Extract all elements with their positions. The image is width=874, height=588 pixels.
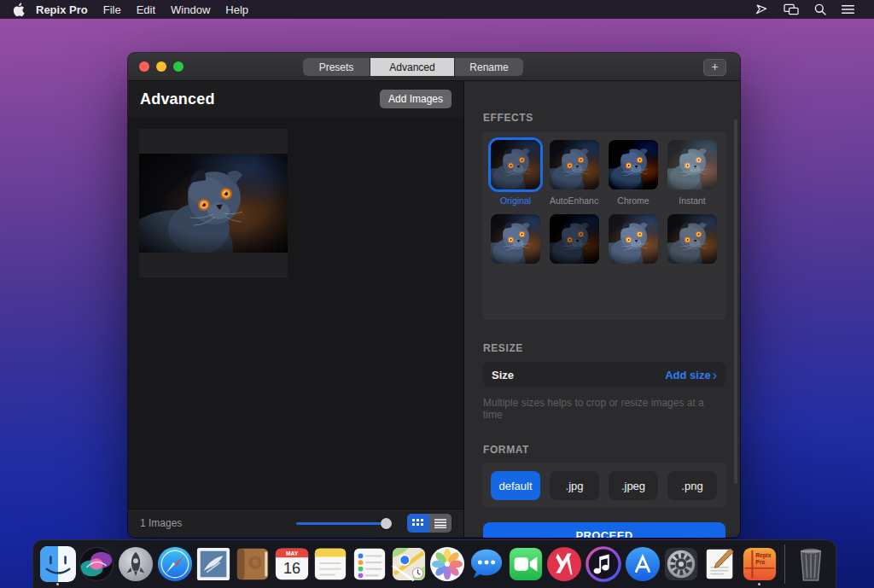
dock-item-photos[interactable]: [429, 542, 467, 586]
view-toggle: [407, 514, 452, 533]
dock-item-repix-pro[interactable]: Repix Pro: [741, 542, 778, 586]
flag-icon[interactable]: [747, 3, 776, 16]
add-tab-button[interactable]: +: [703, 59, 726, 76]
effect-autoenhance[interactable]: AutoEnhance: [550, 140, 599, 214]
scrollbar[interactable]: [734, 119, 737, 484]
dock-item-calendar[interactable]: MAY 16: [273, 542, 311, 586]
format-card: default .jpg .jpeg .png: [483, 463, 725, 508]
photos-icon: [429, 546, 465, 582]
calendar-icon: MAY 16: [274, 546, 310, 582]
menu-bar: Repix Pro File Edit Window Help: [0, 0, 874, 19]
minimize-button[interactable]: [156, 61, 166, 72]
repix-pro-window: Presets Advanced Rename + Advanced Add I…: [128, 53, 740, 538]
dock-item-notes[interactable]: [312, 542, 350, 586]
proceed-button[interactable]: PROCEED: [483, 522, 725, 538]
image-count-label: 1 Images: [140, 517, 182, 529]
size-row[interactable]: Size Add size ›: [483, 362, 725, 387]
dock-item-messages[interactable]: [468, 542, 505, 586]
images-panel-header: Advanced Add Images: [128, 81, 463, 117]
effect-thumb-7[interactable]: [609, 214, 658, 264]
effect-chrome[interactable]: Chrome: [609, 140, 658, 214]
images-panel: Advanced Add Images 1 Images: [128, 81, 464, 537]
format-option-png[interactable]: .png: [667, 471, 717, 500]
effect-thumb-image: [667, 214, 717, 264]
format-option-default[interactable]: default: [491, 471, 540, 500]
effect-thumb-image: [667, 140, 717, 189]
title-bar[interactable]: Presets Advanced Rename +: [128, 53, 740, 81]
effect-original[interactable]: Original: [491, 140, 540, 214]
notes-icon: [312, 546, 348, 582]
contacts-icon: [235, 546, 271, 582]
format-option-jpg[interactable]: .jpg: [550, 471, 599, 500]
close-button[interactable]: [139, 61, 149, 72]
dock-item-contacts[interactable]: [234, 542, 271, 586]
dock-item-itunes[interactable]: [585, 542, 622, 586]
effect-thumb-image: [550, 140, 599, 189]
dock-item-finder[interactable]: [39, 542, 77, 586]
repix-icon-label-2: Pro: [755, 559, 765, 565]
trash-icon: [794, 546, 828, 582]
menu-item-file[interactable]: File: [96, 3, 129, 16]
image-thumbnail-cat[interactable]: [139, 129, 288, 277]
dock-item-trash[interactable]: [792, 542, 830, 586]
effect-thumb-5[interactable]: [491, 214, 540, 264]
effect-label: Chrome: [609, 195, 658, 206]
dock-item-reminders[interactable]: [351, 542, 388, 586]
tab-presets[interactable]: Presets: [303, 58, 370, 76]
siri-icon: [79, 546, 114, 582]
effects-grid: Original AutoEnhance Chrome Instant: [491, 140, 718, 264]
displays-icon[interactable]: [776, 3, 807, 16]
slider-thumb[interactable]: [381, 518, 392, 529]
textedit-icon: [702, 546, 738, 582]
dock-item-maps[interactable]: [390, 542, 428, 586]
menu-item-window[interactable]: Window: [163, 3, 218, 16]
reminders-icon: [352, 546, 387, 582]
page-title: Advanced: [140, 90, 215, 108]
dock-item-siri[interactable]: [79, 542, 116, 586]
dock-item-safari[interactable]: [156, 542, 194, 586]
grid-view-icon: [412, 519, 425, 528]
add-size-label: Add size: [665, 369, 710, 381]
effect-thumb-image: [491, 140, 540, 189]
finder-icon: [40, 546, 76, 582]
effect-thumb-8[interactable]: [667, 214, 717, 264]
launchpad-icon: [118, 546, 154, 582]
slider-track[interactable]: [296, 522, 392, 525]
running-indicator: [758, 583, 760, 585]
calendar-day: 16: [283, 560, 300, 577]
facetime-icon: [508, 546, 544, 582]
image-grid[interactable]: [128, 117, 463, 509]
dock-item-app-store[interactable]: [624, 542, 661, 586]
dock-item-textedit[interactable]: [702, 542, 739, 586]
dock-item-news[interactable]: [546, 542, 584, 586]
running-indicator: [56, 583, 59, 585]
menu-item-help[interactable]: Help: [218, 3, 256, 16]
news-icon: [546, 546, 582, 582]
format-option-jpeg[interactable]: .jpeg: [609, 471, 658, 500]
search-icon[interactable]: [807, 3, 834, 16]
effect-thumb-6[interactable]: [550, 214, 599, 264]
grid-view-button[interactable]: [407, 514, 429, 533]
add-size-button[interactable]: Add size ›: [665, 369, 717, 381]
chevron-right-icon: ›: [713, 370, 717, 381]
menu-app-name[interactable]: Repix Pro: [28, 3, 96, 16]
effect-thumb-image: [550, 214, 599, 264]
list-icon[interactable]: [834, 3, 862, 15]
list-view-button[interactable]: [429, 514, 452, 533]
effect-thumb-image: [609, 140, 658, 189]
dock-item-launchpad[interactable]: [117, 542, 154, 586]
dock-item-system-preferences[interactable]: [663, 542, 701, 586]
dock-item-facetime[interactable]: [507, 542, 545, 586]
zoom-button[interactable]: [173, 61, 184, 72]
format-section-title: FORMAT: [483, 444, 725, 456]
thumbnail-size-slider[interactable]: [296, 518, 392, 529]
dock-item-mail[interactable]: [195, 542, 233, 586]
apple-menu-icon[interactable]: [12, 3, 25, 17]
effect-instant[interactable]: Instant: [667, 140, 717, 214]
menu-item-edit[interactable]: Edit: [129, 3, 163, 16]
tab-rename[interactable]: Rename: [455, 58, 523, 76]
add-images-button[interactable]: Add Images: [380, 90, 452, 108]
list-view-icon: [434, 519, 446, 528]
tab-advanced[interactable]: Advanced: [370, 58, 454, 76]
app-store-icon: [625, 546, 661, 582]
